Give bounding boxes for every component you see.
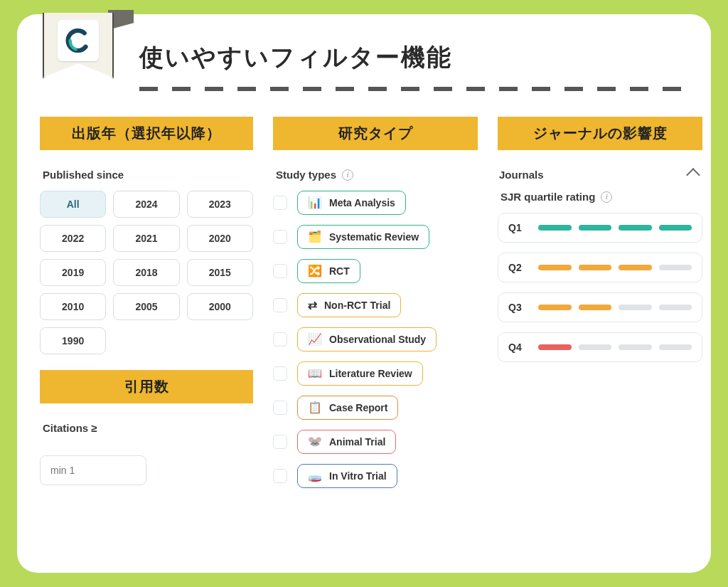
study-type-pill[interactable]: 🗂️Systematic Review — [297, 225, 429, 249]
sjr-bars — [538, 344, 692, 350]
study-type-checkbox[interactable] — [273, 196, 287, 210]
study-type-label: Literature Review — [329, 368, 412, 379]
logo-c-icon — [63, 26, 93, 55]
year-chip-1990[interactable]: 1990 — [40, 327, 106, 354]
study-type-pill[interactable]: 📈Observational Study — [297, 327, 437, 351]
sjr-seg — [619, 344, 652, 350]
study-type-icon: 🔀 — [308, 265, 322, 277]
year-chip-2010[interactable]: 2010 — [40, 293, 106, 320]
sjr-list: Q1Q2Q3Q4 — [498, 213, 702, 362]
year-chip-2021[interactable]: 2021 — [113, 225, 179, 252]
sjr-seg — [659, 305, 692, 310]
sjr-row-q2[interactable]: Q2 — [498, 253, 702, 282]
sjr-seg — [619, 225, 652, 231]
journals-accordion-header[interactable]: Journals — [499, 169, 701, 181]
col-study-types: 研究タイプ Study types i 📊Meta Analysis🗂️Syst… — [273, 117, 478, 488]
year-chip-2020[interactable]: 2020 — [187, 225, 253, 252]
study-type-pill[interactable]: ⇄Non-RCT Trial — [297, 293, 401, 317]
published-since-label: Published since — [43, 169, 253, 181]
year-chip-2024[interactable]: 2024 — [113, 191, 179, 218]
info-icon[interactable]: i — [342, 169, 353, 181]
sjr-bars — [538, 265, 692, 270]
study-type-label: Animal Trial — [329, 436, 385, 448]
sjr-row-label: Q2 — [508, 262, 528, 273]
page-title: 使いやすいフィルター機能 — [139, 41, 452, 74]
study-types-label-text: Study types — [276, 169, 336, 181]
sjr-row-label: Q4 — [508, 342, 528, 353]
sjr-row-q4[interactable]: Q4 — [498, 332, 702, 362]
sjr-row-q1[interactable]: Q1 — [498, 213, 702, 243]
sjr-bars — [538, 225, 692, 231]
study-type-row: 🗂️Systematic Review — [273, 225, 478, 249]
study-type-icon: 📋 — [308, 402, 322, 413]
study-type-row: 📊Meta Analysis — [273, 191, 478, 215]
study-types-header: 研究タイプ — [273, 117, 478, 150]
study-type-label: Meta Analysis — [329, 197, 395, 208]
app-logo — [58, 20, 99, 61]
header-divider — [139, 87, 688, 91]
study-type-icon: 📖 — [308, 368, 322, 379]
study-type-checkbox[interactable] — [273, 332, 287, 347]
sjr-seg — [659, 344, 692, 350]
journals-header: ジャーナルの影響度 — [498, 117, 702, 150]
study-type-row: 📈Observational Study — [273, 327, 478, 351]
citations-header: 引用数 — [40, 370, 253, 403]
study-types-label: Study types i — [276, 169, 478, 181]
study-type-checkbox[interactable] — [273, 230, 287, 244]
study-type-label: Case Report — [329, 402, 387, 413]
sjr-seg — [538, 265, 572, 270]
year-chip-2023[interactable]: 2023 — [187, 191, 253, 218]
study-type-row: 📖Literature Review — [273, 361, 478, 386]
sjr-rating-label: SJR quartile rating i — [500, 191, 702, 203]
study-type-row: 🐭Animal Trial — [273, 430, 478, 454]
study-type-label: Observational Study — [329, 334, 426, 345]
study-type-row: 📋Case Report — [273, 396, 478, 420]
year-chip-2019[interactable]: 2019 — [40, 259, 106, 286]
year-chip-2015[interactable]: 2015 — [187, 259, 253, 286]
study-type-label: RCT — [329, 265, 350, 277]
study-type-icon: 🧫 — [308, 470, 322, 482]
sjr-bars — [538, 305, 692, 310]
col-published: 出版年（選択年以降） Published since All2024202320… — [40, 117, 253, 488]
sjr-seg — [538, 225, 572, 231]
year-chip-2022[interactable]: 2022 — [40, 225, 106, 252]
study-type-label: Systematic Review — [329, 231, 419, 243]
study-type-pill[interactable]: 🧫In Vitro Trial — [297, 464, 397, 488]
year-chip-2005[interactable]: 2005 — [113, 293, 179, 320]
study-type-label: In Vitro Trial — [329, 470, 387, 482]
citations-label: Citations ≥ — [43, 422, 253, 434]
study-type-checkbox[interactable] — [273, 401, 287, 415]
study-type-checkbox[interactable] — [273, 435, 287, 449]
sjr-seg — [538, 305, 572, 310]
study-type-label: Non-RCT Trial — [324, 300, 390, 311]
sjr-row-q3[interactable]: Q3 — [498, 292, 702, 322]
sjr-row-label: Q3 — [508, 302, 528, 313]
study-type-pill[interactable]: 📋Case Report — [297, 396, 398, 420]
published-header: 出版年（選択年以降） — [40, 117, 253, 150]
study-type-pill[interactable]: 📖Literature Review — [297, 361, 423, 386]
study-type-checkbox[interactable] — [273, 469, 287, 483]
main-card: 使いやすいフィルター機能 出版年（選択年以降） Published since … — [17, 14, 711, 573]
study-type-icon: 🗂️ — [308, 231, 322, 243]
study-type-pill[interactable]: 🔀RCT — [297, 259, 360, 283]
citations-min-input[interactable] — [40, 455, 146, 485]
study-type-checkbox[interactable] — [273, 264, 287, 278]
sjr-seg — [579, 305, 612, 310]
study-type-checkbox[interactable] — [273, 366, 287, 381]
sjr-rating-label-text: SJR quartile rating — [500, 191, 595, 203]
year-grid: All2024202320222021202020192018201520102… — [40, 191, 253, 354]
year-chip-2018[interactable]: 2018 — [113, 259, 179, 286]
study-type-pill[interactable]: 🐭Animal Trial — [297, 430, 396, 454]
year-chip-all[interactable]: All — [40, 191, 106, 218]
study-type-list: 📊Meta Analysis🗂️Systematic Review🔀RCT⇄No… — [273, 191, 478, 488]
study-type-pill[interactable]: 📊Meta Analysis — [297, 191, 406, 215]
info-icon[interactable]: i — [601, 191, 612, 203]
col-journals: ジャーナルの影響度 Journals SJR quartile rating i… — [498, 117, 702, 488]
sjr-seg — [619, 305, 652, 310]
study-type-icon: 🐭 — [308, 436, 322, 448]
sjr-row-label: Q1 — [508, 222, 528, 233]
study-type-icon: 📊 — [308, 197, 322, 208]
study-type-checkbox[interactable] — [273, 298, 287, 312]
year-chip-2000[interactable]: 2000 — [187, 293, 253, 320]
study-type-row: ⇄Non-RCT Trial — [273, 293, 478, 317]
